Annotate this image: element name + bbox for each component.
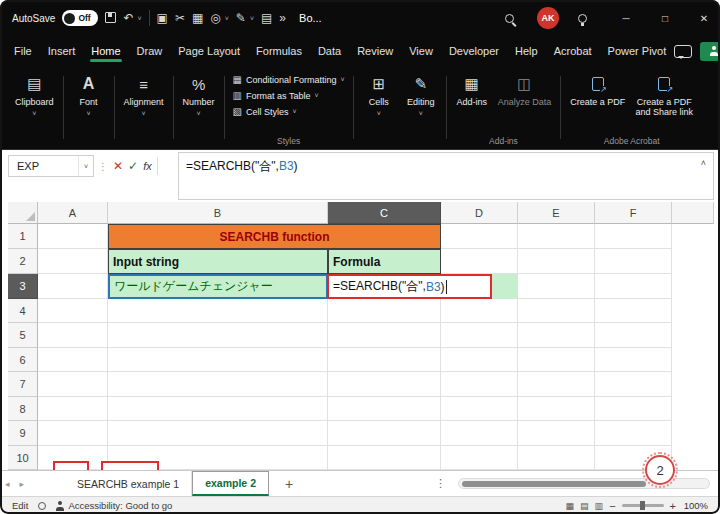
menu-tab-formulas[interactable]: Formulas [248,38,310,64]
menu-tab-home[interactable]: Home [83,38,128,64]
menu-tab-file[interactable]: File [6,38,40,64]
macro-record-icon[interactable] [38,502,46,510]
column-header-d[interactable]: D [441,202,518,224]
cell-b3-input-value[interactable]: ワールドゲームチェンジャー [108,274,328,299]
cell-c3-edit-box[interactable]: =SEARCHB("合",B3) [327,274,492,299]
alignment-button[interactable]: ≡ Alignment ˅ [119,71,169,120]
column-header-e[interactable]: E [518,202,595,224]
enter-button[interactable]: ✓ [128,159,138,173]
menu-tab-view[interactable]: View [401,38,441,64]
create-pdf-share-button[interactable]: Create a PDF and Share link [630,71,698,121]
formula-input[interactable]: =SEARCHB("合",B3) [178,152,714,200]
zoom-level[interactable]: 100% [682,500,708,511]
menu-tab-insert[interactable]: Insert [40,38,84,64]
copy-button[interactable]: ▣ [157,12,168,24]
menu-tab-developer[interactable]: Developer [441,38,507,64]
create-pdf-button[interactable]: Create a PDF [565,71,630,110]
ribbon-group-font: A Font ˅ [68,71,110,147]
collapse-formula-bar-icon[interactable]: ˄ [701,158,706,168]
zoom-slider[interactable] [622,504,664,507]
avatar[interactable]: AK [537,7,559,29]
shape-tool-button[interactable]: ◎ [210,12,220,24]
new-sheet-button[interactable]: + [285,476,293,492]
editing-button[interactable]: ✎ Editing ˅ [400,71,442,120]
undo-button[interactable]: ↶ [123,12,133,24]
close-button[interactable]: ✕ [688,0,720,36]
menu-tab-draw[interactable]: Draw [129,38,171,64]
comments-icon[interactable] [674,45,692,58]
row-header-7[interactable]: 7 [8,372,38,397]
row-header-2[interactable]: 2 [8,249,38,274]
gridline [38,322,672,323]
font-button[interactable]: A Font ˅ [68,71,110,120]
name-box[interactable]: EXP ˅ [8,155,94,177]
menu-tab-review[interactable]: Review [349,38,401,64]
number-button[interactable]: % Number ˅ [178,71,220,120]
minimize-button[interactable]: ─ [610,0,642,36]
maximize-button[interactable]: □ [649,0,681,36]
more-sheets-icon[interactable]: ⋮ [429,477,452,490]
normal-view-icon[interactable]: ▦ [566,501,575,511]
row-header-10[interactable]: 10 [8,446,38,470]
column-header-f[interactable]: F [595,202,672,224]
cut-button[interactable]: ✂ [175,12,185,24]
column-header-a[interactable]: A [38,202,108,224]
insert-function-button[interactable]: fx [143,160,152,172]
chevron-down-icon[interactable]: ˅ [225,15,229,22]
addins-button[interactable]: ▦ Add-ins [451,71,493,110]
row-header-5[interactable]: 5 [8,323,38,348]
more-commands-button[interactable]: » [279,12,286,24]
row-header-9[interactable]: 9 [8,421,38,446]
divider [149,10,150,26]
pen-tool-button[interactable]: ✎ [236,12,246,24]
save-button[interactable] [105,12,116,25]
analyze-data-button[interactable]: ◫ Analyze Data [493,71,557,110]
table-tool-button[interactable]: ▦ [192,12,203,24]
page-layout-view-icon[interactable]: ▤ [580,501,589,511]
row-header-6[interactable]: 6 [8,348,38,372]
clipboard-button[interactable]: ▤ Clipboard ˅ [10,71,59,120]
menu-tab-power-pivot[interactable]: Power Pivot [600,38,675,64]
cell-b2-input-string[interactable]: Input string [108,249,328,274]
column-header-b[interactable]: B [108,202,328,224]
chevron-down-icon[interactable]: ˅ [137,15,141,22]
menu-tab-acrobat[interactable]: Acrobat [546,38,600,64]
cancel-button[interactable]: ✕ [113,159,123,173]
sheet-nav-left-icon[interactable]: ◂ [0,479,15,489]
zoom-in-button[interactable]: + [670,500,676,512]
chevron-down-icon[interactable]: ˅ [250,15,254,22]
cells-button[interactable]: ⊞ Cells ˅ [358,71,400,120]
cell-c2-formula[interactable]: Formula [328,249,441,274]
share-button[interactable] [700,42,720,61]
sheet-tab-example-2[interactable]: example 2 [192,471,269,496]
row-header-3[interactable]: 3 [8,274,38,299]
conditional-formatting-button[interactable]: ▦ Conditional Formatting ˅ [229,73,349,86]
select-all-button[interactable] [8,202,38,224]
sheet-tab-searchb-example-1[interactable]: SEARCHB example 1 [65,471,192,496]
zoom-out-button[interactable]: − [609,500,615,512]
accessibility-status[interactable]: Accessibility: Good to go [56,500,172,511]
autosave-toggle[interactable]: Off [62,10,98,26]
menu-tab-help[interactable]: Help [507,38,546,64]
sheet-nav-right-icon[interactable]: ▸ [15,479,30,489]
format-as-table-button[interactable]: ▥ Format as Table ˅ [229,89,349,102]
menu-tab-page-layout[interactable]: Page Layout [170,38,248,64]
chevron-down-icon[interactable]: ˅ [78,156,93,176]
divider [157,157,158,175]
row-header-1[interactable]: 1 [8,224,38,249]
horizontal-scrollbar[interactable] [458,478,710,489]
page-break-view-icon[interactable]: ▥ [595,501,604,511]
row-header-4[interactable]: 4 [8,299,38,323]
menu-tab-data[interactable]: Data [310,38,349,64]
clipboard-tool-button[interactable]: ▤ [261,12,272,24]
row-header-8[interactable]: 8 [8,397,38,421]
drag-handle-icon[interactable]: ⋮ [98,161,108,172]
scrollbar-thumb[interactable] [462,481,646,487]
lightbulb-icon[interactable] [578,14,587,23]
search-icon[interactable] [505,14,514,23]
column-header-c[interactable]: C [328,202,441,224]
column-header-partial[interactable] [672,202,714,224]
zoom-slider-thumb[interactable] [640,501,645,510]
cell-styles-button[interactable]: ▧ Cell Styles ˅ [229,105,349,118]
cell-b1-title[interactable]: SEARCHB function [108,224,441,249]
